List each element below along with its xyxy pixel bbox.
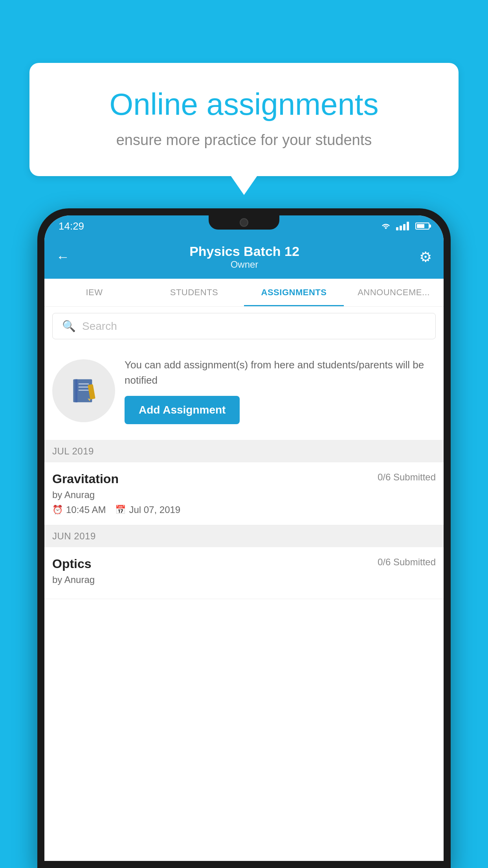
assignment-submitted: 0/6 Submitted bbox=[378, 472, 436, 483]
signal-icon bbox=[396, 222, 409, 230]
assignment-submitted-optics: 0/6 Submitted bbox=[378, 557, 436, 568]
assignment-header: Gravitation 0/6 Submitted bbox=[52, 472, 436, 486]
search-icon: 🔍 bbox=[62, 320, 76, 333]
assignment-item-gravitation[interactable]: Gravitation 0/6 Submitted by Anurag ⏰ 10… bbox=[44, 462, 444, 525]
speech-bubble-title: Online assignments bbox=[57, 86, 431, 122]
owner-label: Owner bbox=[189, 259, 299, 270]
tabs-bar: IEW STUDENTS ASSIGNMENTS ANNOUNCEME... bbox=[44, 279, 444, 307]
status-time: 14:29 bbox=[59, 220, 84, 232]
add-assignment-button[interactable]: Add Assignment bbox=[125, 396, 240, 424]
assignment-icon-circle bbox=[52, 359, 115, 422]
promo-text-area: You can add assignment(s) from here and … bbox=[125, 357, 436, 424]
phone-camera bbox=[240, 218, 248, 227]
add-assignment-promo: You can add assignment(s) from here and … bbox=[44, 346, 444, 440]
calendar-icon: 📅 bbox=[115, 505, 126, 515]
speech-bubble: Online assignments ensure more practice … bbox=[29, 63, 459, 176]
assignment-time: ⏰ 10:45 AM bbox=[52, 504, 106, 515]
assignment-title-optics: Optics bbox=[52, 557, 92, 571]
assignment-author: by Anurag bbox=[52, 489, 436, 500]
app-header: ← Physics Batch 12 Owner ⚙ bbox=[44, 237, 444, 279]
assignment-author-optics: by Anurag bbox=[52, 574, 436, 585]
svg-rect-4 bbox=[79, 390, 89, 391]
assignment-date: 📅 Jul 07, 2019 bbox=[115, 504, 180, 515]
promo-description: You can add assignment(s) from here and … bbox=[125, 357, 436, 388]
tab-iew[interactable]: IEW bbox=[44, 279, 144, 306]
assignment-header-optics: Optics 0/6 Submitted bbox=[52, 557, 436, 571]
tab-students[interactable]: STUDENTS bbox=[144, 279, 244, 306]
svg-rect-2 bbox=[79, 383, 89, 384]
month-separator-jul: JUL 2019 bbox=[44, 440, 444, 462]
tab-announcements[interactable]: ANNOUNCEME... bbox=[344, 279, 444, 306]
batch-name: Physics Batch 12 bbox=[189, 244, 299, 259]
phone-screen: 14:29 bbox=[44, 215, 444, 861]
clock-icon: ⏰ bbox=[52, 505, 63, 515]
phone-frame: 14:29 bbox=[37, 208, 451, 868]
search-input-wrapper[interactable]: 🔍 Search bbox=[52, 313, 436, 339]
back-button[interactable]: ← bbox=[56, 249, 70, 265]
tab-assignments[interactable]: ASSIGNMENTS bbox=[244, 279, 344, 306]
search-placeholder: Search bbox=[82, 320, 117, 333]
content-area: 🔍 Search bbox=[44, 307, 444, 861]
status-icons bbox=[380, 222, 429, 230]
speech-bubble-container: Online assignments ensure more practice … bbox=[29, 63, 459, 176]
notebook-icon bbox=[68, 375, 99, 406]
phone-notch bbox=[209, 215, 279, 230]
search-bar: 🔍 Search bbox=[44, 307, 444, 346]
settings-icon[interactable]: ⚙ bbox=[419, 249, 432, 265]
header-title: Physics Batch 12 Owner bbox=[189, 244, 299, 270]
assignment-meta: ⏰ 10:45 AM 📅 Jul 07, 2019 bbox=[52, 504, 436, 515]
svg-rect-3 bbox=[79, 386, 89, 388]
month-separator-jun: JUN 2019 bbox=[44, 525, 444, 547]
speech-bubble-subtitle: ensure more practice for your students bbox=[57, 132, 431, 149]
battery-icon bbox=[415, 223, 429, 230]
svg-rect-1 bbox=[75, 379, 77, 403]
assignment-item-optics[interactable]: Optics 0/6 Submitted by Anurag bbox=[44, 547, 444, 599]
assignment-title: Gravitation bbox=[52, 472, 119, 486]
wifi-icon bbox=[380, 222, 391, 230]
